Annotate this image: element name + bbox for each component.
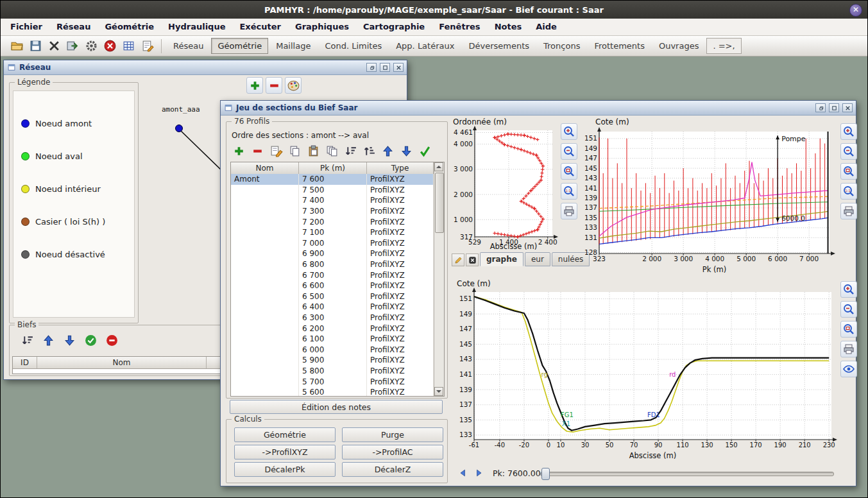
zoom-window-button[interactable] — [840, 163, 857, 180]
plot-tab-graphe[interactable]: graphe — [480, 252, 523, 266]
cross-section-plot[interactable]: -61-40-200103050709011013015017019021023… — [454, 287, 838, 460]
zoom-window-button[interactable] — [561, 163, 577, 180]
calc-button-profilac[interactable]: ->ProfilAC — [342, 445, 443, 459]
zoom-out-button[interactable] — [561, 143, 577, 160]
profile-row[interactable]: 6 000ProfilXYZ — [231, 345, 434, 356]
maximize-button[interactable] — [829, 103, 839, 112]
check-circle-button[interactable] — [82, 332, 99, 349]
pk-slider-track[interactable] — [540, 472, 834, 476]
biefs-column-header[interactable]: ID — [13, 357, 37, 368]
zoom-reset-button[interactable]: 1:1 — [561, 183, 577, 200]
toolbar-button-rseau[interactable]: Réseau — [167, 38, 210, 54]
toolbar-button-condlimites[interactable]: Cond. Limites — [318, 38, 388, 54]
calc-button-purge[interactable]: Purge — [342, 427, 443, 442]
calc-button-gomtrie[interactable]: Géométrie — [234, 427, 336, 442]
sort-desc-button[interactable] — [19, 332, 36, 349]
move-up-button[interactable] — [379, 142, 396, 160]
next-section-button[interactable] — [472, 467, 485, 479]
zoom-out-button[interactable] — [840, 301, 857, 318]
profile-row[interactable]: 5 600ProfilXYZ — [231, 387, 434, 396]
visibility-button[interactable] — [840, 361, 857, 377]
close-button[interactable] — [393, 63, 404, 72]
profile-row[interactable]: 7 200ProfilXYZ — [231, 216, 434, 227]
maximize-button[interactable] — [380, 63, 390, 72]
plan-view-plot[interactable]: 5291 4002 4003171 0002 0003 0004 0004 46… — [449, 125, 558, 251]
profiles-column-header[interactable]: Type — [367, 162, 434, 174]
profile-row[interactable]: 7 400ProfilXYZ — [231, 195, 434, 206]
profile-row[interactable]: 5 900ProfilXYZ — [231, 355, 434, 366]
profile-row[interactable]: 6 200ProfilXYZ — [231, 323, 434, 334]
profiles-column-header[interactable]: Nom — [231, 162, 299, 174]
paste-button[interactable] — [305, 142, 322, 160]
save-button[interactable] — [27, 37, 44, 55]
edit-notes-button[interactable]: Édition des notes — [230, 400, 443, 414]
add-button[interactable] — [230, 142, 248, 160]
zoom-reset-button[interactable]: 1:1 — [840, 183, 857, 200]
restore-button[interactable] — [815, 103, 826, 112]
profile-row[interactable]: 6 700ProfilXYZ — [231, 270, 434, 280]
pk-slider-handle[interactable] — [541, 468, 550, 480]
menu-item-graphiques[interactable]: Graphiques — [288, 19, 356, 35]
erase-button[interactable] — [466, 253, 479, 266]
profile-row[interactable]: 5 800ProfilXYZ — [231, 366, 434, 377]
grid-button[interactable] — [120, 37, 137, 55]
calc-button-dcalerz[interactable]: DécalerZ — [342, 462, 443, 477]
profile-row[interactable]: 6 300ProfilXYZ — [231, 313, 434, 323]
sections-window-titlebar[interactable]: Jeu de sections du Bief Saar — [221, 101, 856, 116]
profile-row[interactable]: 6 400ProfilXYZ — [231, 302, 434, 313]
bief-edge[interactable] — [181, 131, 223, 172]
menu-item-fentres[interactable]: Fenêtres — [432, 19, 487, 35]
profile-row[interactable]: 6 800ProfilXYZ — [231, 259, 434, 270]
copy-button[interactable] — [286, 142, 303, 160]
calc-button-dcalerpk[interactable]: DécalerPk — [234, 462, 336, 477]
edit-button[interactable] — [268, 142, 285, 160]
remove-circle-button[interactable] — [103, 332, 121, 349]
calc-button-profilxyz[interactable]: ->ProfilXYZ — [234, 445, 336, 459]
menu-item-rseau[interactable]: Réseau — [49, 19, 98, 35]
duplicate-button[interactable] — [323, 142, 341, 160]
profile-row[interactable]: 7 100ProfilXYZ — [231, 227, 434, 238]
print-button[interactable] — [561, 203, 577, 219]
scroll-up-arrow[interactable] — [434, 162, 443, 171]
toolbar-button-dversements[interactable]: Déversements — [462, 38, 536, 54]
menu-item-fichier[interactable]: Fichier — [3, 19, 49, 35]
open-button[interactable] — [8, 37, 26, 55]
menu-item-excuter[interactable]: Exécuter — [232, 19, 288, 35]
move-down-button[interactable] — [61, 332, 78, 349]
apply-button[interactable] — [416, 142, 434, 160]
profile-row[interactable]: 7 300ProfilXYZ — [231, 206, 434, 217]
menu-item-notes[interactable]: Notes — [488, 19, 529, 35]
window-close-button[interactable]: ✕ — [849, 4, 862, 17]
table-scrollbar[interactable] — [434, 162, 444, 396]
biefs-column-header[interactable]: Nom — [37, 357, 207, 368]
plot-tab-eur[interactable]: eur — [525, 252, 550, 266]
move-down-button[interactable] — [398, 142, 415, 160]
profile-row[interactable]: 6 600ProfilXYZ — [231, 280, 434, 291]
scrollbar-thumb[interactable] — [435, 173, 444, 233]
zoom-window-button[interactable] — [840, 321, 857, 338]
toolbar-button-frottements[interactable]: Frottements — [588, 38, 651, 54]
toolbar-button-[interactable]: . =>, — [706, 38, 741, 54]
profile-row[interactable]: 6 100ProfilXYZ — [231, 334, 434, 345]
profile-row[interactable]: 7 500ProfilXYZ — [231, 185, 434, 196]
stop-button[interactable] — [101, 37, 119, 55]
menu-item-gomtrie[interactable]: Géométrie — [98, 19, 161, 35]
zoom-in-button[interactable] — [840, 123, 857, 140]
print-button[interactable] — [840, 203, 857, 219]
close-button[interactable] — [842, 103, 853, 112]
settings-button[interactable] — [83, 37, 100, 55]
toolbar-button-applatraux[interactable]: App. Latéraux — [389, 38, 461, 54]
profile-row[interactable]: Amont7 600ProfilXYZ — [231, 174, 434, 185]
profiles-column-header[interactable]: Pk (m) — [299, 162, 367, 174]
close-doc-button[interactable] — [46, 37, 63, 55]
profile-row[interactable]: 5 700ProfilXYZ — [231, 376, 434, 387]
pencil-button[interactable] — [452, 253, 464, 266]
remove-button[interactable] — [249, 142, 266, 160]
print-button[interactable] — [840, 341, 857, 357]
profile-row[interactable]: 6 500ProfilXYZ — [231, 291, 434, 302]
zoom-in-button[interactable] — [561, 123, 577, 140]
run-button[interactable] — [64, 37, 81, 55]
upstream-node[interactable] — [176, 125, 183, 132]
menu-item-hydraulique[interactable]: Hydraulique — [161, 19, 232, 35]
sort-desc-button[interactable] — [342, 142, 359, 160]
